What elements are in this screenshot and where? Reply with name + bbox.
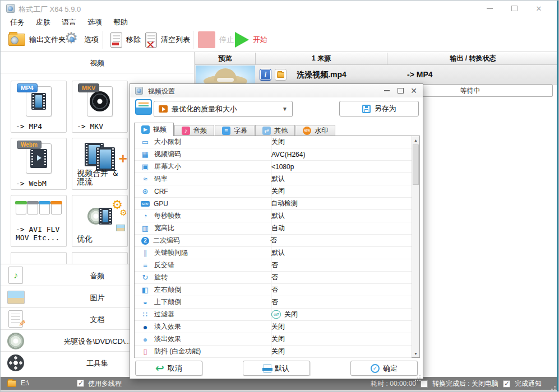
setting-value[interactable]: 关闭	[284, 310, 298, 319]
setting-value[interactable]: 默认	[271, 174, 285, 184]
notify-checkbox[interactable]	[503, 380, 510, 388]
shutdown-after-checkbox[interactable]	[421, 380, 428, 388]
setting-row[interactable]: ▭ 大小限制 关闭	[135, 136, 412, 148]
dialog-close-button[interactable]: ✕	[408, 86, 419, 96]
column-header-preview[interactable]: 预览	[195, 53, 256, 65]
setting-value[interactable]: 否	[271, 273, 278, 282]
setting-row[interactable]: ↻ 旋转 否	[135, 272, 412, 284]
setting-row[interactable]: ⊛ CRF 关闭	[135, 185, 412, 198]
menu-item-skin[interactable]: 皮肤	[33, 17, 53, 27]
setting-row[interactable]: ≈ 码率 默认	[135, 173, 412, 185]
card-optimize[interactable]: ⚙ ⚙ 优化	[72, 195, 128, 247]
video-thumbnail[interactable]	[196, 66, 255, 84]
setting-row[interactable]: ● 淡出效果 关闭	[135, 333, 412, 346]
card-to-mkv[interactable]: MKV -> MKV	[72, 81, 128, 133]
start-button[interactable]: 开始	[235, 28, 267, 52]
setting-value[interactable]: 自动	[271, 223, 285, 233]
default-button[interactable]: 默认	[243, 361, 310, 376]
ok-button[interactable]: ✓ 确定	[350, 361, 418, 376]
setting-value[interactable]: 否	[271, 260, 278, 270]
setting-value[interactable]: 默认	[271, 248, 285, 258]
setting-row[interactable]: ● 淡入效果 关闭	[135, 321, 412, 333]
setting-value[interactable]: 关闭	[271, 347, 285, 356]
output-drive-path[interactable]: E:\	[21, 379, 29, 387]
dialog-minimize-button[interactable]	[381, 86, 392, 96]
setting-row[interactable]: ◔ 每秒帧数 默认	[135, 210, 412, 222]
cancel-button[interactable]: ↩ 取消	[135, 361, 202, 376]
setting-row[interactable]: ◧ 左右颠倒 否	[135, 284, 412, 296]
dialog-maximize-button[interactable]	[395, 86, 406, 96]
setting-label: 视频编码	[154, 150, 265, 159]
setting-value[interactable]: 否	[271, 285, 278, 295]
quality-preset-dropdown[interactable]: 最优化的质量和大小 ▼	[154, 101, 293, 117]
column-header-output[interactable]: 输出 / 转换状态	[387, 53, 558, 65]
card-to-mp4[interactable]: MP4 -> MP4	[11, 81, 67, 133]
screen-size-icon: ▣	[140, 162, 150, 171]
setting-value[interactable]: 关闭	[271, 137, 285, 147]
card-label: -> MP4	[16, 122, 65, 130]
menu-item-help[interactable]: 帮助	[110, 17, 131, 27]
options-button[interactable]: ⚙ 选项	[64, 28, 99, 52]
setting-row[interactable]: ◒ 上下颠倒 否	[135, 296, 412, 309]
tab-subtitle[interactable]: ≡ 字幕	[215, 125, 255, 136]
menu-item-task[interactable]: 任务	[7, 17, 27, 27]
menu-item-language[interactable]: 语言	[59, 17, 79, 27]
setting-row[interactable]: ▯ 防抖 (白金功能) 关闭	[135, 346, 412, 358]
scroll-up-icon[interactable]: ▲	[412, 136, 419, 144]
resize-grip[interactable]	[554, 386, 556, 388]
card-to-webm[interactable]: Webm -> WebM	[11, 138, 67, 190]
tab-other[interactable]: ⇄ 其他	[255, 125, 295, 136]
setting-row[interactable]: ▦ 视频编码 AVC(H264)	[135, 148, 412, 161]
task-row[interactable]: i 洗澡视频.mp4 -> MP4	[195, 65, 558, 85]
video-section-header[interactable]: 视频	[1, 52, 194, 73]
scrollbar[interactable]: ▲ ▼	[412, 136, 419, 357]
setting-value[interactable]: 否	[271, 297, 278, 307]
column-header-source[interactable]: 1 来源	[256, 53, 387, 65]
multithread-checkbox[interactable]	[77, 380, 84, 387]
maximize-button[interactable]	[507, 3, 521, 14]
setting-value[interactable]: 默认	[271, 211, 285, 221]
setting-value[interactable]: 否	[270, 236, 277, 245]
card-label: -> AVI FLV MOV Etc...	[16, 225, 65, 242]
setting-row[interactable]: ∥ 关键帧间隔 默认	[135, 247, 412, 259]
stop-button[interactable]: 停止	[198, 28, 234, 52]
dialog-icon	[135, 87, 143, 95]
card-label: -> WebM	[16, 179, 65, 188]
remove-button[interactable]: 移除	[110, 28, 141, 52]
output-folder-button[interactable]: 输出文件夹	[8, 28, 66, 52]
clear-list-button[interactable]: ✕ 清空列表	[145, 28, 190, 52]
setting-row[interactable]: ▣ 屏幕大小 <1080p	[135, 161, 412, 173]
setting-row[interactable]: GPU GPU 自动检测	[135, 198, 412, 210]
setting-row[interactable]: 2 二次编码 否	[135, 235, 412, 247]
dialog-title-bar[interactable]: 视频设置 ✕	[130, 84, 423, 97]
settings-rows: ▭ 大小限制 关闭 ▦ 视频编码 AVC(H264) ▣ 屏幕大小 <1080p…	[135, 136, 412, 358]
scroll-down-icon[interactable]: ▼	[412, 349, 419, 357]
setting-value[interactable]: AVC(H264)	[271, 151, 305, 158]
tab-watermark[interactable]: NEW 水印	[295, 125, 335, 136]
setting-row[interactable]: ≡ 反交错 否	[135, 259, 412, 272]
minimize-button[interactable]	[482, 3, 497, 14]
card-to-avi-flv-mov[interactable]: -> AVI FLV MOV Etc...	[11, 195, 67, 247]
dialog-resize-grip[interactable]	[419, 375, 421, 376]
menu-item-options[interactable]: 选项	[85, 17, 105, 27]
save-as-button[interactable]: 另存为	[339, 101, 419, 116]
setting-value[interactable]: 自动检测	[271, 199, 298, 208]
setting-row[interactable]: ∷ 过滤器 off 关闭	[135, 309, 412, 321]
tab-audio[interactable]: ♪ 音频	[174, 125, 214, 136]
setting-value[interactable]: 关闭	[271, 322, 285, 332]
dialog-title: 视频设置	[148, 87, 175, 96]
setting-row[interactable]: ▥ 宽高比 自动	[135, 222, 412, 235]
close-button[interactable]: ✕	[532, 3, 546, 14]
two-pass-icon: 2	[141, 237, 149, 245]
setting-label: GPU	[154, 200, 265, 208]
setting-value[interactable]: <1080p	[271, 163, 294, 171]
scrollbar-thumb[interactable]	[413, 144, 419, 185]
size-limit-icon: ▭	[140, 138, 150, 146]
card-video-merge[interactable]: + 视频合并 & 混流	[72, 138, 128, 190]
setting-value[interactable]: 关闭	[271, 334, 285, 344]
deinterlace-icon: ≡	[140, 261, 150, 269]
setting-value[interactable]: 关闭	[271, 186, 285, 196]
tab-video[interactable]: ▶ 视频	[134, 123, 174, 136]
mp4-badge: MP4	[17, 83, 38, 92]
setting-label: 码率	[154, 174, 265, 184]
